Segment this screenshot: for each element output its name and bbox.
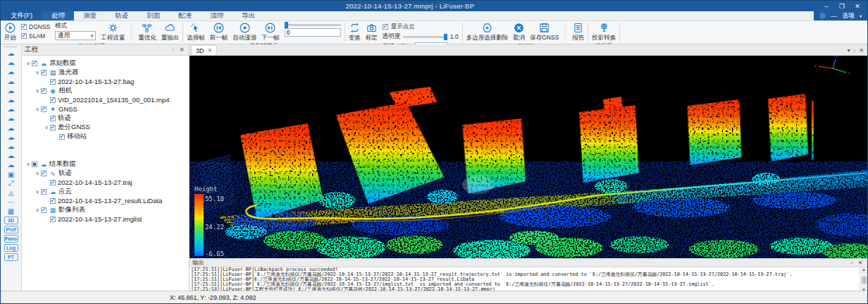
tree-item[interactable]: 2022-10-14-15-13-27.traj <box>23 178 189 187</box>
output-scrollbar[interactable]: ▲ ▼ <box>860 267 867 292</box>
expander-icon[interactable]: ∨ <box>34 88 41 94</box>
tree-checkbox[interactable] <box>41 70 46 75</box>
cloud-tool-9-icon[interactable]: ☁ <box>4 123 19 133</box>
tree-item[interactable]: ∨差分GNSS <box>23 123 189 132</box>
select-frame-button[interactable]: 选择帧 <box>187 22 205 42</box>
render-mode-icon[interactable]: ◬ <box>4 188 19 197</box>
scroll-up-icon[interactable]: ▲ <box>862 267 866 272</box>
slider-knob[interactable] <box>444 34 447 40</box>
cloud-tool-8-icon[interactable]: ☁ <box>4 114 19 123</box>
menu-tab-清理[interactable]: 清理 <box>201 11 232 20</box>
tree-checkbox[interactable] <box>50 198 56 204</box>
tree-item[interactable]: ∨☁结果数据 <box>23 159 189 169</box>
image-view-icon[interactable]: ▦ <box>4 207 19 216</box>
expander-icon[interactable]: ∨ <box>34 207 41 213</box>
tree-item[interactable]: ∨✦GNSS <box>23 104 189 114</box>
projection-convert-button[interactable]: 投影转换 <box>592 22 616 42</box>
tree-item[interactable]: ∨☁原始数据 <box>23 59 189 68</box>
view-button-pt[interactable]: PT <box>4 253 18 261</box>
close-view-icon[interactable]: ✕ <box>859 47 864 54</box>
expander-icon[interactable]: ∨ <box>34 107 41 112</box>
expander-icon[interactable]: ∨ <box>25 61 32 66</box>
tree-item[interactable]: 轨迹 <box>23 114 189 123</box>
cancel-button[interactable]: 取消 <box>513 22 525 42</box>
float-view-icon[interactable]: ▫ <box>853 47 855 54</box>
fullscreen-icon[interactable]: ⤢ <box>4 179 19 188</box>
cloud-tool-1-icon[interactable]: ☁ <box>4 49 19 58</box>
calibrate-button[interactable]: 标定 <box>366 22 378 42</box>
close-button[interactable]: ✕ <box>850 3 864 10</box>
menu-tab-配准[interactable]: 配准 <box>169 11 201 20</box>
tree-item[interactable]: 移动站 <box>23 132 189 141</box>
auto-roam-button[interactable]: 自动漫游 <box>232 22 256 42</box>
cloud-tool-4-icon[interactable]: ☁ <box>4 77 19 86</box>
next-frame-button[interactable]: 下一帧 <box>261 22 280 42</box>
tree-checkbox[interactable] <box>32 162 37 167</box>
tree-checkbox[interactable] <box>50 97 56 103</box>
view-button-3d[interactable]: 3D <box>4 217 18 224</box>
cloud-tool-7-icon[interactable]: ☁ <box>4 104 19 114</box>
tree-checkbox[interactable] <box>41 171 46 176</box>
cloud-tool-3-icon[interactable]: ☁ <box>4 67 19 76</box>
menu-tab-导出[interactable]: 导出 <box>232 11 264 20</box>
menu-tab-处理[interactable]: 处理 <box>42 11 74 20</box>
box-view-icon[interactable]: ▣ <box>4 169 19 178</box>
view-button-log[interactable]: Log <box>4 244 18 252</box>
dgnss-checkbox[interactable]: DGNSS <box>21 23 50 30</box>
tree-checkbox[interactable] <box>41 207 46 213</box>
tree-checkbox[interactable] <box>50 116 56 121</box>
slider-knob[interactable] <box>285 22 288 28</box>
close-panel-icon[interactable]: ✕ <box>856 260 864 266</box>
tree-checkbox[interactable] <box>41 189 46 195</box>
float-panel-icon[interactable]: ▫ <box>169 47 178 53</box>
show-cloud-checkbox[interactable]: 显示点云 <box>383 23 459 31</box>
options-button[interactable]: 选项 <box>842 11 855 20</box>
mode-dropdown[interactable]: 通用▾ <box>55 31 96 40</box>
tree-item[interactable]: ∨☁点云 <box>23 187 189 196</box>
cloud-tool-6-icon[interactable]: ☁ <box>4 95 19 104</box>
project-settings-button[interactable]: 工程设置 <box>101 22 125 42</box>
save-gnss-button[interactable]: 保存GNSS <box>530 22 559 42</box>
frame-slider[interactable] <box>285 24 341 26</box>
tree-item[interactable]: 2022-10-14-15-13-27.bag <box>23 77 189 86</box>
tree-checkbox[interactable] <box>59 134 65 140</box>
menu-tab-轨迹[interactable]: 轨迹 <box>106 11 137 20</box>
view-button-pano[interactable]: Pano <box>4 235 18 243</box>
file-menu-button[interactable]: 文件(F) <box>1 11 42 20</box>
tree-checkbox[interactable] <box>50 217 56 222</box>
options-dropdown-icon[interactable]: ▾ <box>860 13 862 18</box>
tree-checkbox[interactable] <box>41 107 46 112</box>
transform-button[interactable]: 变换 <box>349 22 361 42</box>
tree-item[interactable]: VID_20221014_154135_00_001.mp4 <box>23 95 189 104</box>
tree-checkbox[interactable] <box>32 61 37 66</box>
tree-checkbox[interactable] <box>50 79 56 85</box>
more-tools-icon[interactable]: ⋯ <box>4 197 19 207</box>
expander-icon[interactable]: ∨ <box>34 189 41 195</box>
report-button[interactable]: 报告 <box>572 22 584 42</box>
tree-item[interactable]: ∨▦影像列表 <box>23 205 189 214</box>
minimize-button[interactable]: – <box>819 3 833 10</box>
expander-icon[interactable]: ∨ <box>34 70 41 75</box>
tree-checkbox[interactable] <box>50 180 56 186</box>
reoptimize-button[interactable]: 重优化 <box>138 22 156 42</box>
float-panel-icon[interactable]: ▫ <box>848 260 856 266</box>
cloud-tool-13-icon[interactable]: ☁ <box>4 160 19 169</box>
tab-3d[interactable]: 3D ✕ <box>191 45 217 55</box>
close-panel-icon[interactable]: ✕ <box>178 47 186 53</box>
tree-item[interactable]: ∨∿轨迹 <box>23 169 189 178</box>
slam-checkbox[interactable]: SLAM <box>21 32 50 39</box>
maximize-button[interactable]: ❐ <box>835 3 849 10</box>
tree-item[interactable]: ∨◉相机 <box>23 86 189 95</box>
tab-list-icon[interactable]: ▾ <box>847 47 850 54</box>
view-button-prof[interactable]: Prof <box>4 226 18 233</box>
tree-checkbox[interactable] <box>41 88 46 94</box>
tree-checkbox[interactable] <box>50 125 56 130</box>
polygon-delete-button[interactable]: 多边形选择删除 <box>466 22 509 42</box>
prev-frame-button[interactable]: 前一帧 <box>210 22 228 42</box>
frame-input[interactable] <box>285 28 341 37</box>
expander-icon[interactable]: ∨ <box>34 171 41 176</box>
menu-tab-测量[interactable]: 测量 <box>74 11 106 20</box>
tree-item[interactable]: 2022-10-14-15-13-27.imglist <box>23 214 189 224</box>
tree-item[interactable]: 2022-10-14-15-13-27_result.LiData <box>23 196 189 205</box>
reexport-button[interactable]: 重输出 <box>161 22 180 42</box>
